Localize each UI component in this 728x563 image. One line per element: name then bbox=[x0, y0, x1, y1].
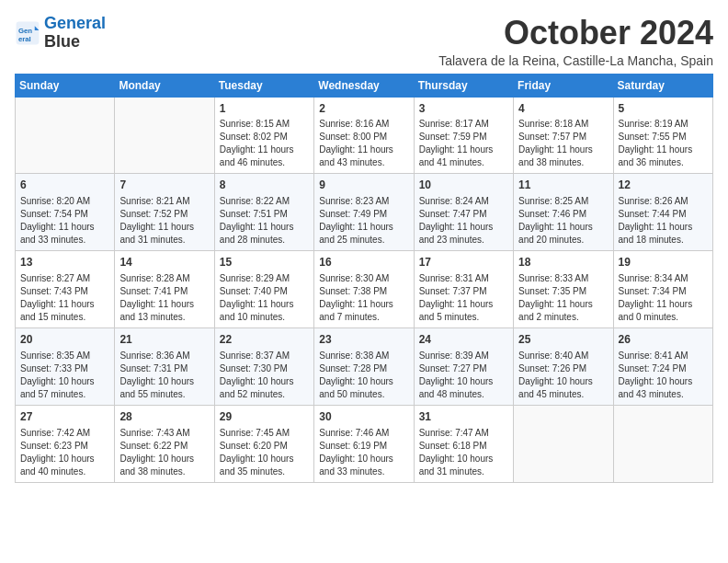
day-info: Sunset: 7:54 PM bbox=[20, 208, 109, 221]
day-info: Daylight: 11 hours and 25 minutes. bbox=[319, 221, 408, 247]
day-number: 19 bbox=[619, 255, 708, 270]
day-number: 25 bbox=[518, 332, 608, 348]
calendar-cell: 26Sunrise: 8:41 AMSunset: 7:24 PMDayligh… bbox=[613, 327, 712, 405]
calendar-cell: 27Sunrise: 7:42 AMSunset: 6:23 PMDayligh… bbox=[16, 405, 115, 482]
day-info: Sunset: 7:46 PM bbox=[518, 208, 608, 221]
day-info: Sunset: 7:37 PM bbox=[419, 285, 508, 298]
calendar-cell: 23Sunrise: 8:38 AMSunset: 7:28 PMDayligh… bbox=[314, 327, 414, 405]
day-number: 12 bbox=[619, 178, 708, 193]
day-info: Daylight: 11 hours and 43 minutes. bbox=[319, 144, 408, 169]
day-info: Sunset: 7:34 PM bbox=[619, 285, 708, 298]
day-info: Sunrise: 8:27 AM bbox=[20, 272, 109, 285]
day-info: Daylight: 11 hours and 13 minutes. bbox=[119, 298, 209, 324]
day-number: 3 bbox=[419, 101, 508, 117]
day-info: Sunrise: 8:25 AM bbox=[518, 195, 608, 208]
day-info: Daylight: 11 hours and 28 minutes. bbox=[220, 221, 309, 247]
day-info: Daylight: 10 hours and 40 minutes. bbox=[20, 453, 109, 478]
day-number: 31 bbox=[419, 409, 508, 425]
logo-line1: General bbox=[44, 14, 106, 32]
day-info: Sunset: 7:57 PM bbox=[518, 131, 608, 144]
day-info: Sunrise: 8:36 AM bbox=[119, 350, 209, 362]
calendar-cell: 15Sunrise: 8:29 AMSunset: 7:40 PMDayligh… bbox=[214, 251, 313, 328]
day-info: Sunset: 6:18 PM bbox=[419, 440, 508, 453]
day-info: Sunset: 7:31 PM bbox=[119, 362, 209, 375]
day-info: Sunrise: 8:29 AM bbox=[220, 272, 309, 285]
calendar-cell: 13Sunrise: 8:27 AMSunset: 7:43 PMDayligh… bbox=[16, 251, 115, 328]
day-info: Sunrise: 8:24 AM bbox=[419, 195, 508, 208]
calendar-cell: 3Sunrise: 8:17 AMSunset: 7:59 PMDaylight… bbox=[414, 97, 513, 174]
calendar-cell bbox=[613, 405, 712, 482]
day-info: Sunrise: 8:30 AM bbox=[319, 272, 408, 285]
weekday-header-row: SundayMondayTuesdayWednesdayThursdayFrid… bbox=[16, 74, 713, 97]
calendar-cell: 24Sunrise: 8:39 AMSunset: 7:27 PMDayligh… bbox=[414, 327, 513, 405]
calendar-cell: 5Sunrise: 8:19 AMSunset: 7:55 PMDaylight… bbox=[613, 97, 712, 174]
day-info: Daylight: 10 hours and 52 minutes. bbox=[220, 375, 309, 401]
day-info: Sunset: 6:22 PM bbox=[119, 440, 209, 453]
day-info: Daylight: 11 hours and 38 minutes. bbox=[518, 144, 608, 169]
calendar-cell: 22Sunrise: 8:37 AMSunset: 7:30 PMDayligh… bbox=[214, 327, 313, 405]
day-info: Sunset: 7:24 PM bbox=[619, 362, 708, 375]
svg-text:eral: eral bbox=[18, 34, 31, 42]
day-number: 9 bbox=[319, 178, 408, 193]
day-info: Sunset: 7:35 PM bbox=[518, 285, 608, 298]
weekday-header-monday: Monday bbox=[115, 74, 214, 97]
calendar-cell: 25Sunrise: 8:40 AMSunset: 7:26 PMDayligh… bbox=[514, 327, 613, 405]
title-block: October 2024 Talavera de la Reina, Casti… bbox=[438, 15, 713, 68]
day-info: Daylight: 11 hours and 36 minutes. bbox=[619, 144, 708, 169]
day-info: Sunset: 7:47 PM bbox=[419, 208, 508, 221]
calendar-cell: 12Sunrise: 8:26 AMSunset: 7:44 PMDayligh… bbox=[613, 174, 712, 251]
month-title: October 2024 bbox=[438, 15, 713, 52]
day-info: Sunrise: 8:39 AM bbox=[419, 350, 508, 362]
day-info: Sunrise: 7:42 AM bbox=[20, 427, 109, 440]
day-info: Sunrise: 8:15 AM bbox=[220, 118, 309, 131]
day-info: Sunset: 8:02 PM bbox=[220, 131, 309, 144]
day-info: Sunrise: 7:45 AM bbox=[220, 427, 309, 440]
day-number: 24 bbox=[419, 332, 508, 348]
day-info: Sunrise: 8:20 AM bbox=[20, 195, 109, 208]
calendar-cell: 6Sunrise: 8:20 AMSunset: 7:54 PMDaylight… bbox=[16, 174, 115, 251]
day-info: Sunset: 6:19 PM bbox=[319, 440, 408, 453]
calendar-week-row: 13Sunrise: 8:27 AMSunset: 7:43 PMDayligh… bbox=[16, 251, 713, 328]
day-info: Sunset: 6:23 PM bbox=[20, 440, 109, 453]
day-info: Sunset: 7:55 PM bbox=[619, 131, 708, 144]
day-number: 5 bbox=[619, 101, 708, 117]
calendar-cell: 17Sunrise: 8:31 AMSunset: 7:37 PMDayligh… bbox=[414, 251, 513, 328]
day-number: 30 bbox=[319, 409, 408, 425]
calendar-cell: 18Sunrise: 8:33 AMSunset: 7:35 PMDayligh… bbox=[514, 251, 613, 328]
calendar-table: SundayMondayTuesdayWednesdayThursdayFrid… bbox=[15, 74, 713, 483]
calendar-cell: 28Sunrise: 7:43 AMSunset: 6:22 PMDayligh… bbox=[115, 405, 214, 482]
calendar-cell: 21Sunrise: 8:36 AMSunset: 7:31 PMDayligh… bbox=[115, 327, 214, 405]
calendar-cell: 31Sunrise: 7:47 AMSunset: 6:18 PMDayligh… bbox=[414, 405, 513, 482]
calendar-week-row: 1Sunrise: 8:15 AMSunset: 8:02 PMDaylight… bbox=[16, 97, 713, 174]
day-number: 27 bbox=[20, 409, 109, 425]
day-info: Sunset: 8:00 PM bbox=[319, 131, 408, 144]
day-info: Sunrise: 8:18 AM bbox=[518, 118, 608, 131]
day-number: 7 bbox=[119, 178, 209, 193]
svg-text:Gen: Gen bbox=[18, 27, 32, 35]
day-info: Sunrise: 8:37 AM bbox=[220, 350, 309, 362]
day-number: 10 bbox=[419, 178, 508, 193]
day-info: Daylight: 10 hours and 45 minutes. bbox=[518, 375, 608, 401]
calendar-cell: 20Sunrise: 8:35 AMSunset: 7:33 PMDayligh… bbox=[16, 327, 115, 405]
day-info: Sunrise: 7:46 AM bbox=[319, 427, 408, 440]
day-info: Sunrise: 8:22 AM bbox=[220, 195, 309, 208]
day-info: Daylight: 11 hours and 23 minutes. bbox=[419, 221, 508, 247]
day-info: Sunset: 7:59 PM bbox=[419, 131, 508, 144]
day-number: 1 bbox=[220, 101, 309, 117]
day-info: Sunrise: 8:40 AM bbox=[518, 350, 608, 362]
day-info: Sunrise: 8:16 AM bbox=[319, 118, 408, 131]
day-info: Daylight: 11 hours and 31 minutes. bbox=[119, 221, 209, 247]
day-number: 22 bbox=[220, 332, 309, 348]
day-info: Sunrise: 8:31 AM bbox=[419, 272, 508, 285]
calendar-week-row: 6Sunrise: 8:20 AMSunset: 7:54 PMDaylight… bbox=[16, 174, 713, 251]
day-info: Sunrise: 8:19 AM bbox=[619, 118, 708, 131]
calendar-cell: 10Sunrise: 8:24 AMSunset: 7:47 PMDayligh… bbox=[414, 174, 513, 251]
day-number: 8 bbox=[220, 178, 309, 193]
day-info: Daylight: 10 hours and 33 minutes. bbox=[319, 453, 408, 478]
day-info: Daylight: 11 hours and 5 minutes. bbox=[419, 298, 508, 324]
day-number: 18 bbox=[518, 255, 608, 270]
day-info: Daylight: 10 hours and 55 minutes. bbox=[119, 375, 209, 401]
calendar-cell: 4Sunrise: 8:18 AMSunset: 7:57 PMDaylight… bbox=[514, 97, 613, 174]
day-info: Sunrise: 8:34 AM bbox=[619, 272, 708, 285]
day-info: Sunrise: 8:35 AM bbox=[20, 350, 109, 362]
